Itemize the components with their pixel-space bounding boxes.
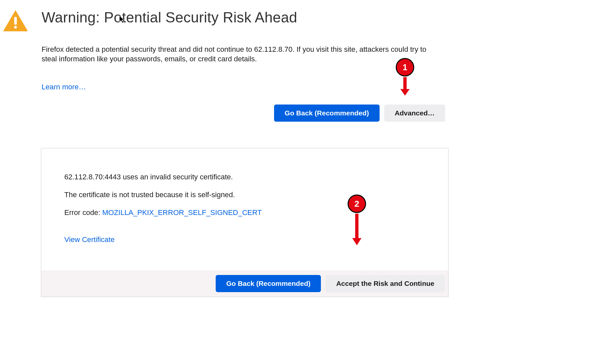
mouse-cursor-icon — [119, 15, 125, 24]
go-back-button-2[interactable]: Go Back (Recommended) — [216, 275, 321, 292]
primary-button-row: Go Back (Recommended) Advanced… — [42, 105, 449, 122]
advanced-button-row: Go Back (Recommended) Accept the Risk an… — [41, 270, 448, 297]
svg-point-1 — [14, 26, 17, 29]
annotation-arrow-1-icon — [399, 76, 411, 96]
advanced-button[interactable]: Advanced… — [384, 105, 445, 122]
annotation-arrow-2-icon — [351, 213, 363, 246]
svg-marker-5 — [352, 238, 361, 245]
advanced-panel: 62.112.8.70:4443 uses an invalid securit… — [41, 148, 449, 297]
warning-triangle-icon — [3, 9, 28, 32]
svg-marker-3 — [400, 89, 410, 96]
view-certificate-link[interactable]: View Certificate — [64, 235, 114, 244]
page-title: Warning: Potential Security Risk Ahead — [42, 9, 449, 26]
advanced-content: 62.112.8.70:4443 uses an invalid securit… — [41, 148, 448, 270]
security-warning-page: Warning: Potential Security Risk Ahead F… — [0, 0, 449, 297]
error-code-line: Error code: MOZILLA_PKIX_ERROR_SELF_SIGN… — [64, 208, 425, 217]
annotation-callout-1: 1 — [396, 58, 414, 76]
learn-more-link[interactable]: Learn more… — [42, 83, 86, 91]
callout-1-label: 1 — [403, 62, 407, 73]
invalid-cert-text: 62.112.8.70:4443 uses an invalid securit… — [64, 173, 425, 181]
annotation-callout-2: 2 — [348, 195, 366, 213]
accept-risk-button[interactable]: Accept the Risk and Continue — [326, 275, 445, 292]
svg-rect-0 — [14, 17, 17, 24]
error-code-link[interactable]: MOZILLA_PKIX_ERROR_SELF_SIGNED_CERT — [102, 208, 262, 217]
error-code-label: Error code: — [64, 208, 102, 217]
warning-description: Firefox detected a potential security th… — [42, 45, 427, 64]
not-trusted-text: The certificate is not trusted because i… — [64, 191, 425, 199]
go-back-button[interactable]: Go Back (Recommended) — [274, 105, 380, 122]
callout-2-label: 2 — [355, 199, 359, 209]
